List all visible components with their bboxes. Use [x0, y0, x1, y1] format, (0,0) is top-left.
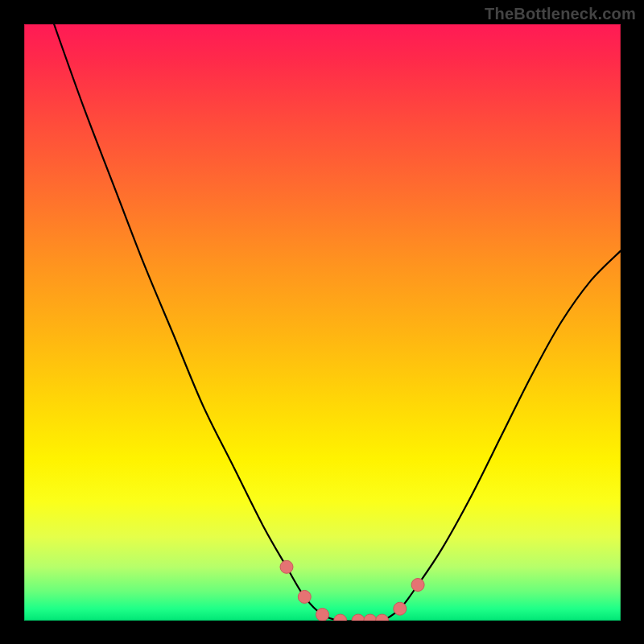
curve-marker	[376, 614, 389, 621]
curve-marker	[316, 609, 329, 621]
plot-area	[24, 24, 621, 621]
curve-marker	[334, 614, 347, 621]
chart-stage: TheBottleneck.com	[0, 0, 644, 644]
curve-layer	[24, 24, 621, 621]
chart-frame	[0, 0, 644, 644]
curve-markers	[280, 560, 424, 621]
curve-marker	[394, 602, 407, 615]
bottleneck-curve	[54, 24, 621, 621]
curve-marker	[411, 579, 424, 592]
curve-marker	[280, 560, 293, 573]
watermark-label: TheBottleneck.com	[485, 5, 636, 23]
curve-marker	[364, 614, 377, 621]
curve-marker	[352, 614, 365, 621]
curve-marker	[298, 590, 311, 603]
